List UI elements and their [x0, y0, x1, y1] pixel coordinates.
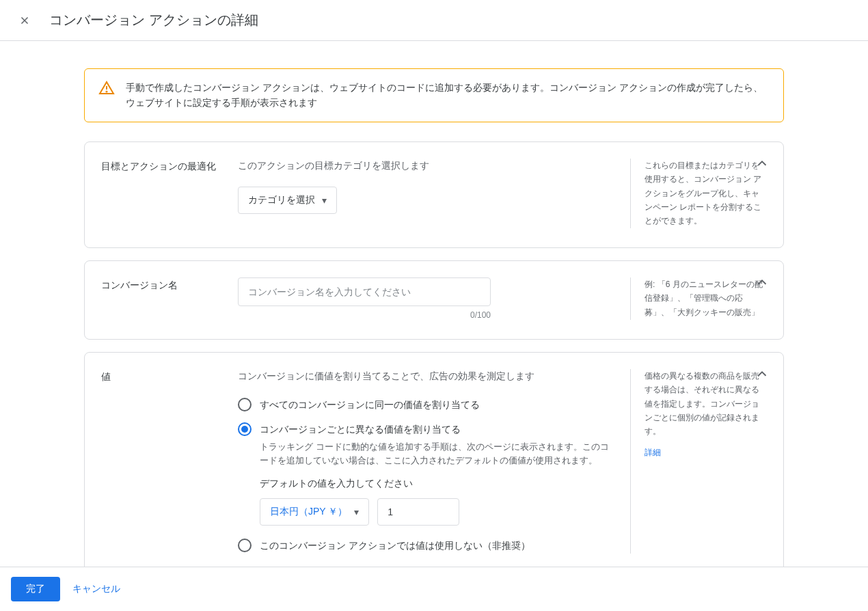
value-side-help: 価格の異なる複数の商品を販売する場合は、それぞれに異なる値を指定します。コンバー…	[645, 369, 767, 439]
radio-same-value-label: すべてのコンバージョンに同一の価値を割り当てる	[260, 397, 480, 412]
warning-text: 手動で作成したコンバージョン アクションは、ウェブサイトのコードに追加する必要が…	[126, 80, 770, 111]
default-value-label: デフォルトの値を入力してください	[260, 478, 614, 490]
page-title: コンバージョン アクションの詳細	[49, 11, 258, 29]
value-desc: コンバージョンに価値を割り当てることで、広告の効果を測定します	[238, 369, 614, 383]
goal-optimization-card: 目標とアクションの最適化 このアクションの目標カテゴリを選択します カテゴリを選…	[84, 141, 784, 248]
radio-no-value-label: このコンバージョン アクションでは値は使用しない（非推奨）	[260, 538, 530, 553]
caret-down-icon: ▾	[322, 195, 327, 206]
radio-diff-value-label: コンバージョンごとに異なる価値を割り当てる	[260, 422, 614, 437]
radio-same-value[interactable]	[238, 398, 252, 411]
value-label: 値	[101, 369, 238, 554]
conversion-name-input[interactable]	[238, 277, 491, 306]
category-select[interactable]: カテゴリを選択 ▾	[238, 187, 337, 214]
radio-no-value[interactable]	[238, 539, 252, 552]
category-select-label: カテゴリを選択	[248, 194, 315, 206]
radio-diff-value[interactable]	[238, 422, 252, 436]
cancel-button[interactable]: キャンセル	[72, 583, 120, 595]
radio-diff-value-sub: トラッキング コードに動的な値を追加する手順は、次のページに表示されます。このコ…	[260, 440, 614, 469]
conversion-name-card: コンバージョン名 0/100 例: 「6 月のニュースレターの配信登録」、「管理…	[84, 260, 784, 340]
chevron-up-icon	[755, 156, 770, 171]
chevron-up-icon	[755, 275, 770, 290]
close-button[interactable]	[16, 12, 33, 29]
char-count: 0/100	[238, 310, 491, 320]
collapse-toggle[interactable]	[755, 156, 770, 173]
goal-label: 目標とアクションの最適化	[101, 159, 238, 228]
svg-point-1	[106, 91, 107, 92]
done-button[interactable]: 完了	[11, 577, 60, 601]
goal-desc: このアクションの目標カテゴリを選択します	[238, 159, 614, 173]
close-icon	[18, 14, 31, 27]
goal-side-help: これらの目標またはカテゴリを使用すると、コンバージョン アクションをグループ化し…	[630, 159, 767, 228]
name-side-help: 例: 「6 月のニュースレターの配信登録」、「管理職への応募」、「大判クッキーの…	[630, 277, 767, 320]
chevron-up-icon	[755, 366, 770, 381]
warning-alert: 手動で作成したコンバージョン アクションは、ウェブサイトのコードに追加する必要が…	[84, 68, 784, 122]
currency-select-label: 日本円（JPY ￥）	[270, 506, 347, 518]
name-label: コンバージョン名	[101, 277, 238, 320]
collapse-toggle[interactable]	[755, 275, 770, 292]
collapse-toggle[interactable]	[755, 366, 770, 383]
default-value-input[interactable]	[377, 498, 459, 526]
value-card: 値 コンバージョンに価値を割り当てることで、広告の効果を測定します すべてのコン…	[84, 352, 784, 573]
value-details-link[interactable]: 詳細	[645, 446, 661, 459]
caret-down-icon: ▾	[354, 506, 359, 517]
currency-select[interactable]: 日本円（JPY ￥） ▾	[260, 498, 369, 526]
warning-icon	[98, 80, 115, 111]
